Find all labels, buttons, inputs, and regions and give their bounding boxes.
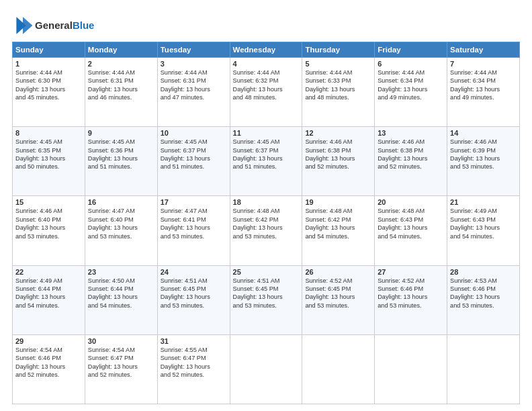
cell-info-line: and 45 minutes.	[15, 93, 82, 101]
cell-info-line: and 54 minutes.	[305, 232, 371, 240]
cell-info-line: Daylight: 13 hours	[450, 85, 517, 93]
cell-info-line: Sunset: 6:36 PM	[88, 146, 154, 154]
cell-info-line: Sunrise: 4:44 AM	[233, 68, 300, 77]
calendar-week-1: 1Sunrise: 4:44 AMSunset: 6:30 PMDaylight…	[13, 58, 520, 127]
cell-info-line: and 52 minutes.	[88, 371, 154, 379]
calendar-cell: 22Sunrise: 4:49 AMSunset: 6:44 PMDayligh…	[13, 265, 85, 334]
cell-info-line: Sunrise: 4:46 AM	[450, 138, 517, 146]
cell-info-line: Daylight: 13 hours	[378, 293, 444, 301]
cell-info-line: and 52 minutes.	[15, 371, 82, 379]
calendar-cell: 13Sunrise: 4:46 AMSunset: 6:38 PMDayligh…	[375, 127, 447, 196]
cell-info-line: and 48 minutes.	[305, 93, 371, 101]
cell-info-line: Daylight: 13 hours	[88, 293, 154, 301]
calendar-cell: 5Sunrise: 4:44 AMSunset: 6:33 PMDaylight…	[302, 58, 375, 127]
cell-info-line: and 54 minutes.	[88, 302, 154, 310]
calendar-cell: 26Sunrise: 4:52 AMSunset: 6:45 PMDayligh…	[302, 265, 375, 334]
cell-info-line: Daylight: 13 hours	[161, 154, 227, 163]
calendar-cell: 21Sunrise: 4:49 AMSunset: 6:43 PMDayligh…	[447, 196, 520, 265]
cell-info-line: Sunrise: 4:45 AM	[233, 138, 300, 146]
cell-info-line: Sunset: 6:37 PM	[161, 146, 227, 154]
cell-info-line: Daylight: 13 hours	[15, 363, 82, 371]
cell-info-line: and 53 minutes.	[233, 232, 300, 240]
cell-info-line: Sunset: 6:47 PM	[88, 354, 154, 362]
day-number: 28	[450, 268, 517, 276]
cell-info-line: Sunrise: 4:49 AM	[15, 277, 82, 285]
cell-info-line: Sunrise: 4:45 AM	[15, 138, 82, 146]
day-number: 31	[161, 337, 227, 345]
cell-info-line: Sunset: 6:35 PM	[15, 146, 82, 154]
day-number: 25	[233, 268, 300, 276]
cell-info-line: Daylight: 13 hours	[161, 363, 227, 371]
cell-info-line: Daylight: 13 hours	[15, 154, 82, 163]
cell-info-line: and 53 minutes.	[161, 232, 227, 240]
calendar-cell	[375, 334, 447, 404]
cell-info-line: Sunrise: 4:48 AM	[233, 207, 300, 215]
day-number: 15	[15, 198, 82, 206]
cell-info-line: Sunset: 6:45 PM	[233, 285, 300, 293]
cell-info-line: Daylight: 13 hours	[233, 293, 300, 301]
calendar-cell	[230, 334, 302, 404]
header: GeneralBlue	[12, 12, 520, 36]
day-number: 26	[305, 268, 371, 276]
cell-info-line: and 49 minutes.	[378, 93, 444, 101]
cell-info-line: Sunset: 6:45 PM	[161, 285, 227, 293]
calendar-cell: 11Sunrise: 4:45 AMSunset: 6:37 PMDayligh…	[230, 127, 302, 196]
day-number: 29	[15, 337, 82, 345]
cell-info-line: Sunrise: 4:46 AM	[15, 207, 82, 215]
cell-info-line: Sunset: 6:40 PM	[15, 216, 82, 224]
day-number: 10	[161, 129, 227, 137]
cell-info-line: and 52 minutes.	[378, 163, 444, 171]
cell-info-line: Daylight: 13 hours	[378, 85, 444, 93]
calendar-cell	[447, 334, 520, 404]
calendar-cell: 4Sunrise: 4:44 AMSunset: 6:32 PMDaylight…	[230, 58, 302, 127]
cell-info-line: Sunset: 6:46 PM	[15, 354, 82, 362]
cell-info-line: Sunrise: 4:50 AM	[88, 277, 154, 285]
calendar-cell: 1Sunrise: 4:44 AMSunset: 6:30 PMDaylight…	[13, 58, 85, 127]
cell-info-line: Sunset: 6:32 PM	[233, 77, 300, 85]
cell-info-line: Daylight: 13 hours	[15, 85, 82, 93]
calendar-cell: 19Sunrise: 4:48 AMSunset: 6:42 PMDayligh…	[302, 196, 375, 265]
cell-info-line: Daylight: 13 hours	[15, 224, 82, 232]
cell-info-line: Sunrise: 4:48 AM	[305, 207, 371, 215]
cell-info-line: and 53 minutes.	[233, 302, 300, 310]
cell-info-line: Sunrise: 4:52 AM	[305, 277, 371, 285]
cell-info-line: Sunset: 6:31 PM	[88, 77, 154, 85]
cell-info-line: Sunrise: 4:46 AM	[305, 138, 371, 146]
day-number: 23	[88, 268, 154, 276]
calendar-cell: 8Sunrise: 4:45 AMSunset: 6:35 PMDaylight…	[13, 127, 85, 196]
cell-info-line: Sunrise: 4:45 AM	[88, 138, 154, 146]
cell-info-line: Daylight: 13 hours	[233, 85, 300, 93]
cell-info-line: Sunset: 6:40 PM	[88, 216, 154, 224]
calendar-cell: 18Sunrise: 4:48 AMSunset: 6:42 PMDayligh…	[230, 196, 302, 265]
cell-info-line: Sunrise: 4:51 AM	[161, 277, 227, 285]
cell-info-line: Sunset: 6:47 PM	[161, 354, 227, 362]
cell-info-line: Daylight: 13 hours	[233, 154, 300, 163]
cell-info-line: Sunset: 6:30 PM	[15, 77, 82, 85]
cell-info-line: Daylight: 13 hours	[305, 154, 371, 163]
cell-info-line: and 50 minutes.	[15, 163, 82, 171]
day-number: 1	[15, 60, 82, 68]
day-number: 30	[88, 337, 154, 345]
cell-info-line: Sunrise: 4:44 AM	[15, 68, 82, 77]
column-header-wednesday: Wednesday	[230, 42, 302, 58]
cell-info-line: Daylight: 13 hours	[233, 224, 300, 232]
cell-info-line: Sunset: 6:38 PM	[305, 146, 371, 154]
cell-info-line: and 53 minutes.	[88, 232, 154, 240]
calendar-cell: 16Sunrise: 4:47 AMSunset: 6:40 PMDayligh…	[85, 196, 157, 265]
calendar: SundayMondayTuesdayWednesdayThursdayFrid…	[12, 42, 520, 404]
cell-info-line: Sunset: 6:34 PM	[378, 77, 444, 85]
calendar-cell: 31Sunrise: 4:55 AMSunset: 6:47 PMDayligh…	[157, 334, 230, 404]
cell-info-line: Sunrise: 4:52 AM	[378, 277, 444, 285]
cell-info-line: Daylight: 13 hours	[450, 224, 517, 232]
cell-info-line: Sunset: 6:44 PM	[88, 285, 154, 293]
calendar-week-5: 29Sunrise: 4:54 AMSunset: 6:46 PMDayligh…	[13, 334, 520, 404]
cell-info-line: Sunset: 6:46 PM	[450, 285, 517, 293]
cell-info-line: and 48 minutes.	[233, 93, 300, 101]
calendar-cell: 24Sunrise: 4:51 AMSunset: 6:45 PMDayligh…	[157, 265, 230, 334]
cell-info-line: and 46 minutes.	[88, 93, 154, 101]
cell-info-line: Sunset: 6:38 PM	[378, 146, 444, 154]
cell-info-line: and 54 minutes.	[378, 232, 444, 240]
calendar-cell: 30Sunrise: 4:54 AMSunset: 6:47 PMDayligh…	[85, 334, 157, 404]
calendar-cell: 7Sunrise: 4:44 AMSunset: 6:34 PMDaylight…	[447, 58, 520, 127]
cell-info-line: Daylight: 13 hours	[161, 224, 227, 232]
